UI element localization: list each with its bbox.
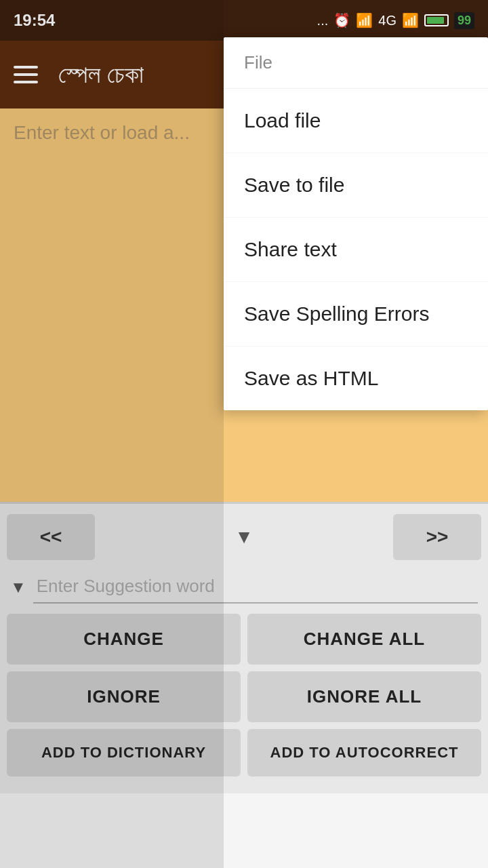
next-button[interactable]: >> bbox=[393, 514, 481, 560]
battery-indicator bbox=[424, 14, 449, 26]
menu-item-load-file[interactable]: Load file bbox=[224, 89, 488, 153]
menu-item-save-as-html[interactable]: Save as HTML bbox=[224, 347, 488, 410]
add-to-autocorrect-button[interactable]: ADD TO AUTOCORRECT bbox=[247, 729, 481, 776]
signal-bars-2: 📶 bbox=[402, 12, 419, 28]
change-all-button[interactable]: CHANGE ALL bbox=[247, 614, 481, 665]
alarm-icon: ⏰ bbox=[333, 12, 350, 28]
status-icons: ... ⏰ 📶 4G 📶 99 bbox=[317, 12, 474, 29]
menu-item-share-text[interactable]: Share text bbox=[224, 218, 488, 282]
network-type: 4G bbox=[378, 13, 396, 28]
signal-dots: ... bbox=[317, 13, 329, 28]
menu-header: File bbox=[224, 37, 488, 89]
menu-item-save-spelling-errors[interactable]: Save Spelling Errors bbox=[224, 282, 488, 347]
file-dropdown-menu: File Load file Save to file Share text S… bbox=[224, 37, 488, 410]
battery-percent: 99 bbox=[454, 12, 474, 29]
overlay-backdrop[interactable] bbox=[0, 0, 224, 868]
menu-item-save-to-file[interactable]: Save to file bbox=[224, 153, 488, 218]
signal-bars-1: 📶 bbox=[356, 12, 373, 28]
ignore-all-button[interactable]: IGNORE ALL bbox=[247, 671, 481, 722]
battery-fill bbox=[427, 17, 444, 24]
